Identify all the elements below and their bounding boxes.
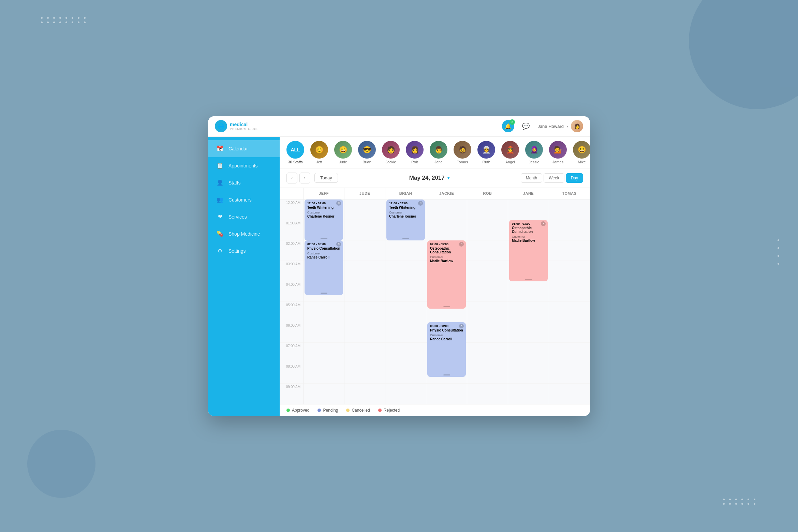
staff-name-jude: Jude bbox=[339, 160, 347, 164]
appt-cust-label: Customer bbox=[430, 334, 463, 337]
appointments-icon: 📋 bbox=[216, 162, 224, 169]
message-button[interactable]: 💬 bbox=[520, 120, 532, 132]
appt-close[interactable]: ✕ bbox=[541, 221, 546, 226]
services-icon: ❤ bbox=[216, 213, 224, 221]
month-view-button[interactable]: Month bbox=[521, 173, 542, 183]
staff-chip-jane[interactable]: 👨Jane bbox=[430, 141, 447, 164]
day-view-button[interactable]: Day bbox=[566, 173, 583, 183]
staff-chip-rob[interactable]: 👩Rob bbox=[406, 141, 424, 164]
data-col-2 bbox=[344, 200, 385, 404]
appt-service: Osteopathic Consultation bbox=[430, 247, 463, 254]
appt-cust-label: Customer bbox=[307, 211, 340, 214]
data-col-3: 12:00 - 02:00 Teeth Whitening Customer C… bbox=[385, 200, 426, 404]
nav-arrows: ‹ › Today bbox=[286, 173, 338, 183]
logo-area: 🌐 medical PREMIUM CARE bbox=[215, 120, 258, 132]
sidebar-item-settings[interactable]: ⚙ Settings bbox=[208, 242, 280, 260]
staff-avatar-ruth: 👳 bbox=[477, 141, 495, 159]
sidebar-item-services[interactable]: ❤ Services bbox=[208, 208, 280, 225]
staff-chip-james[interactable]: 💁James bbox=[549, 141, 567, 164]
staff-chip-tomas[interactable]: 🧔Tomas bbox=[454, 141, 471, 164]
appt-time: 06:00 - 08:00 bbox=[430, 324, 463, 328]
legend-items: ApprovedPendingCancelledRejected bbox=[286, 408, 400, 413]
staff-chip-mike[interactable]: 😃Mike bbox=[573, 141, 590, 164]
calendar-icon: 📅 bbox=[216, 145, 224, 152]
data-col-7 bbox=[549, 200, 590, 404]
week-view-button[interactable]: Week bbox=[544, 173, 564, 183]
sidebar-item-staffs[interactable]: 👤 Staffs bbox=[208, 174, 280, 191]
sidebar-item-calendar[interactable]: 📅 Calendar bbox=[208, 140, 280, 157]
appointment-a6[interactable]: 02:00 - 05:00 Osteopathic Consultation C… bbox=[427, 240, 466, 309]
legend-item-pending: Pending bbox=[317, 408, 338, 413]
view-switcher: Month Week Day bbox=[521, 173, 583, 183]
staff-avatar-james: 💁 bbox=[549, 141, 567, 159]
appt-close[interactable]: ✕ bbox=[336, 201, 341, 206]
staff-avatar-angel: 👲 bbox=[501, 141, 519, 159]
col-header-tomas: TOMAS bbox=[549, 188, 590, 199]
legend-item-rejected: Rejected bbox=[378, 408, 400, 413]
user-info[interactable]: Jane Howard ▾ 👩 bbox=[537, 120, 583, 132]
staff-chip-jeff[interactable]: 😊Jeff bbox=[310, 141, 328, 164]
appt-time: 01:00 - 03:00 bbox=[512, 222, 545, 225]
user-chevron: ▾ bbox=[566, 124, 568, 128]
all-label: ALL bbox=[291, 147, 300, 152]
appt-close[interactable]: ✕ bbox=[336, 242, 341, 247]
sidebar-item-appointments[interactable]: 📋 Appointments bbox=[208, 157, 280, 174]
calendar-grid: JEFFJUDEBRIANJACKIEROBJANETOMAS12:00 AM0… bbox=[280, 188, 590, 404]
main-layout: 📅 Calendar 📋 Appointments 👤 Staffs 👥 Cus… bbox=[208, 137, 590, 416]
sidebar-item-shop[interactable]: 💊 Shop Medicine bbox=[208, 225, 280, 242]
next-button[interactable]: › bbox=[299, 173, 310, 183]
brand-name: medical bbox=[230, 122, 258, 127]
staff-name-ruth: Ruth bbox=[482, 160, 490, 164]
staff-avatar-jackie: 🧑 bbox=[382, 141, 400, 159]
legend-label-rejected: Rejected bbox=[384, 408, 400, 413]
appointment-a8[interactable]: 01:00 - 03:00 Osteopathic Consultation C… bbox=[509, 220, 548, 281]
appt-drag-handle bbox=[321, 293, 327, 294]
appt-cust-name: Charlene Kesner bbox=[389, 215, 422, 218]
appt-service: Physio Consultation bbox=[307, 247, 340, 250]
shop-icon: 💊 bbox=[216, 230, 224, 238]
staff-strip: ALL 30 Staffs 😊Jeff😄Jude😎Brian🧑Jackie👩Ro… bbox=[280, 137, 590, 168]
staff-chip-jessie[interactable]: 🧕Jessie bbox=[525, 141, 543, 164]
data-col-6: 01:00 - 03:00 Osteopathic Consultation C… bbox=[508, 200, 549, 404]
today-button[interactable]: Today bbox=[314, 173, 338, 183]
appt-cust-name: Ranee Carroll bbox=[430, 337, 463, 341]
appointment-a2[interactable]: 12:00 - 02:00 Teeth Whitening Customer C… bbox=[305, 200, 343, 240]
top-right: 🔔 3 💬 Jane Howard ▾ 👩 bbox=[502, 120, 583, 132]
legend-label-pending: Pending bbox=[323, 408, 338, 413]
data-col-5 bbox=[467, 200, 508, 404]
staff-chip-brian[interactable]: 😎Brian bbox=[358, 141, 376, 164]
col-header-jude: JUDE bbox=[344, 188, 385, 199]
legend-label-approved: Approved bbox=[292, 408, 309, 413]
appt-close[interactable]: ✕ bbox=[459, 242, 464, 247]
prev-button[interactable]: ‹ bbox=[286, 173, 297, 183]
staff-chip-jude[interactable]: 😄Jude bbox=[334, 141, 352, 164]
appt-time: 02:00 - 05:00 bbox=[430, 242, 463, 246]
appt-drag-handle bbox=[443, 306, 450, 307]
appt-close[interactable]: ✕ bbox=[459, 324, 464, 328]
legend-item-cancelled: Cancelled bbox=[346, 408, 370, 413]
staff-name-jane: Jane bbox=[434, 160, 443, 164]
settings-icon: ⚙ bbox=[216, 247, 224, 255]
staff-chip-ruth[interactable]: 👳Ruth bbox=[477, 141, 495, 164]
staff-avatar-jude: 😄 bbox=[334, 141, 352, 159]
col-header-jackie: JACKIE bbox=[426, 188, 467, 199]
brand-tagline: PREMIUM CARE bbox=[230, 127, 258, 131]
nav-label-calendar: Calendar bbox=[228, 146, 248, 151]
top-bar: 🌐 medical PREMIUM CARE 🔔 3 💬 Jane Howard… bbox=[208, 116, 590, 137]
col-header-jeff: JEFF bbox=[304, 188, 344, 199]
staff-name-mike: Mike bbox=[578, 160, 586, 164]
appt-service: Teeth Whitening bbox=[307, 206, 340, 209]
staff-chip-jackie[interactable]: 🧑Jackie bbox=[382, 141, 400, 164]
appointment-a7[interactable]: 06:00 - 08:00 Physio Consultation Custom… bbox=[427, 322, 466, 377]
user-name: Jane Howard bbox=[537, 124, 564, 129]
staff-chip-angel[interactable]: 👲Angel bbox=[501, 141, 519, 164]
notification-button[interactable]: 🔔 3 bbox=[502, 120, 514, 132]
calendar-full-grid: JEFFJUDEBRIANJACKIEROBJANETOMAS12:00 AM0… bbox=[280, 188, 590, 404]
appt-close[interactable]: ✕ bbox=[418, 201, 423, 206]
all-staff-chip[interactable]: ALL 30 Staffs bbox=[286, 141, 304, 164]
nav-label-shop: Shop Medicine bbox=[228, 231, 260, 237]
appointment-a4[interactable]: 12:00 - 02:00 Teeth Whitening Customer C… bbox=[386, 200, 425, 240]
appt-service: Teeth Whitening bbox=[389, 206, 422, 209]
sidebar-item-customers[interactable]: 👥 Customers bbox=[208, 191, 280, 208]
appointment-a3[interactable]: 02:00 - 05:00 Physio Consultation Custom… bbox=[305, 240, 343, 295]
